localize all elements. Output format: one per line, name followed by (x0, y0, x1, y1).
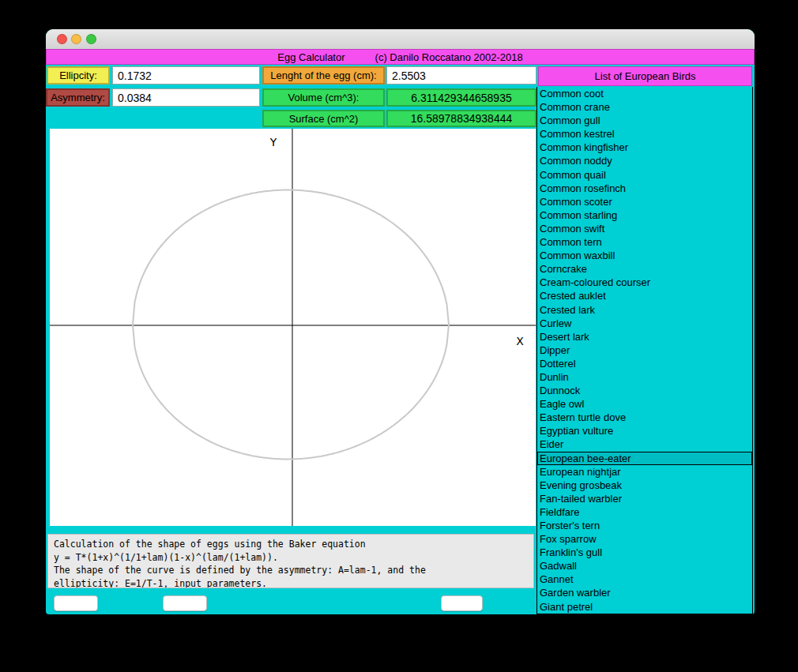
list-item[interactable]: Gannet (537, 573, 752, 586)
list-item[interactable]: Egyptian vulture (537, 424, 752, 437)
list-item[interactable]: Crested auklet (537, 289, 752, 302)
footer-button-3[interactable] (441, 595, 483, 611)
list-item[interactable]: Common scoter (537, 195, 752, 208)
close-button[interactable] (57, 34, 67, 44)
list-item[interactable]: Common swift (537, 222, 752, 235)
copyright-label: (c) Danilo Roccatano 2002-2018 (375, 51, 523, 63)
list-item[interactable]: Dunnock (537, 384, 752, 397)
list-item[interactable]: Common coot (537, 87, 752, 100)
list-item[interactable]: Fan-tailed warbler (537, 492, 752, 505)
list-item[interactable]: Dotterel (537, 357, 752, 370)
ellipticity-input[interactable] (112, 66, 260, 84)
app-header: Egg Calculator (c) Danilo Roccatano 2002… (46, 49, 755, 65)
list-item[interactable]: Corncrake (537, 262, 752, 276)
footer-button-1[interactable] (54, 595, 98, 611)
list-item[interactable]: Common quail (537, 168, 752, 182)
egg-calculator-window: Egg Calculator (c) Danilo Roccatano 2002… (46, 29, 755, 614)
zoom-button[interactable] (86, 34, 96, 44)
list-item[interactable]: Common rosefinch (537, 182, 752, 195)
footer-button-2[interactable] (163, 595, 207, 611)
bird-list[interactable]: Common cootCommon craneCommon gullCommon… (536, 87, 753, 614)
list-item[interactable]: Eider (537, 437, 752, 451)
asymmetry-input[interactable] (112, 88, 260, 107)
volume-label: Volume (cm^3): (262, 88, 385, 107)
egg-plot-canvas: Y X (50, 129, 536, 526)
surface-value: 16.58978834938444 (386, 110, 536, 127)
list-item[interactable]: Franklin's gull (537, 546, 752, 559)
list-item[interactable]: Common tern (537, 235, 752, 249)
list-item[interactable]: Eastern turtle dove (537, 411, 752, 424)
list-item[interactable]: Common kestrel (537, 127, 752, 141)
list-item[interactable]: Common waxbill (537, 249, 752, 262)
y-axis-label: Y (269, 136, 277, 148)
list-item[interactable]: Cream-coloured courser (537, 276, 752, 289)
list-item[interactable]: Common noddy (537, 154, 752, 167)
list-item[interactable]: Dunlin (537, 370, 752, 384)
app-title: Egg Calculator (277, 51, 344, 63)
surface-label: Surface (cm^2) (262, 110, 385, 127)
list-item[interactable]: European bee-eater (537, 452, 752, 465)
list-item[interactable]: Garden warbler (537, 586, 752, 599)
egg-length-input[interactable] (386, 66, 536, 84)
egg-curve (133, 190, 449, 460)
minimize-button[interactable] (71, 34, 81, 44)
x-axis-label: X (516, 335, 524, 347)
list-item[interactable]: Gadwall (537, 559, 752, 573)
list-item[interactable]: Common starling (537, 208, 752, 222)
list-item[interactable]: Common crane (537, 100, 752, 114)
asymmetry-label: Asymmetry: (46, 88, 110, 107)
ellipticity-label: Ellipcity: (47, 66, 110, 84)
list-item[interactable]: Desert lark (537, 330, 752, 344)
list-item[interactable]: Forster's tern (537, 519, 752, 532)
list-item[interactable]: Common gull (537, 114, 752, 127)
list-item[interactable]: European nightjar (537, 465, 752, 479)
bird-list-header: List of European Birds (538, 66, 752, 86)
list-item[interactable]: Giant petrel (537, 600, 752, 614)
list-item[interactable]: Crested lark (537, 303, 752, 317)
list-item[interactable]: Curlew (537, 317, 752, 330)
volume-value: 6.311429344658935 (386, 88, 536, 107)
egg-length-label: Lenght of the egg (cm): (262, 66, 385, 84)
list-item[interactable]: Eagle owl (537, 397, 752, 411)
list-item[interactable]: Evening grosbeak (537, 479, 752, 492)
description-text[interactable]: Calculation of the shape of eggs using t… (47, 534, 534, 588)
list-item[interactable]: Fox sparrow (537, 532, 752, 546)
list-item[interactable]: Fieldfare (537, 505, 752, 519)
list-item[interactable]: Dipper (537, 344, 752, 357)
list-item[interactable]: Common kingfisher (537, 141, 752, 154)
titlebar (46, 29, 755, 50)
